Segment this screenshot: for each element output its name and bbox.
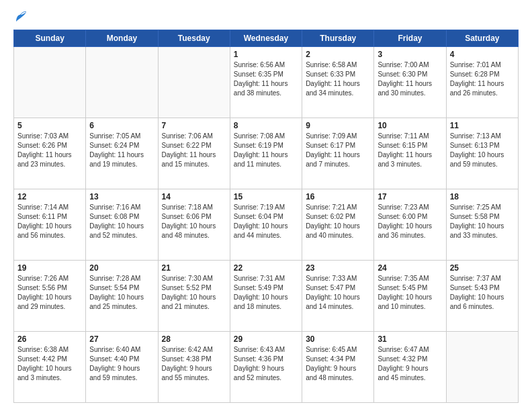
day-info: Sunrise: 7:18 AM Sunset: 6:06 PM Dayligh… [162,203,226,240]
day-number: 6 [89,121,154,130]
weekday-header-friday: Friday [374,30,446,47]
day-cell: 14Sunrise: 7:18 AM Sunset: 6:06 PM Dayli… [158,189,230,261]
day-number: 27 [89,334,154,344]
day-number: 14 [162,192,226,201]
day-cell: 13Sunrise: 7:16 AM Sunset: 6:08 PM Dayli… [86,189,158,261]
day-cell [158,47,230,118]
day-cell: 1Sunrise: 6:56 AM Sunset: 6:35 PM Daylig… [230,47,302,118]
day-info: Sunrise: 7:13 AM Sunset: 6:13 PM Dayligh… [450,132,515,169]
weekday-header-saturday: Saturday [446,30,518,47]
day-info: Sunrise: 7:23 AM Sunset: 6:00 PM Dayligh… [378,203,442,240]
day-info: Sunrise: 7:03 AM Sunset: 6:26 PM Dayligh… [17,132,82,169]
day-number: 8 [234,121,298,130]
weekday-header-wednesday: Wednesday [230,30,302,47]
day-number: 12 [17,192,82,201]
day-cell: 11Sunrise: 7:13 AM Sunset: 6:13 PM Dayli… [446,118,518,189]
day-number: 16 [306,192,370,201]
page: SundayMondayTuesdayWednesdayThursdayFrid… [0,0,532,411]
day-info: Sunrise: 7:01 AM Sunset: 6:28 PM Dayligh… [450,60,515,98]
day-number: 3 [378,50,442,59]
day-cell: 4Sunrise: 7:01 AM Sunset: 6:28 PM Daylig… [446,47,518,118]
header [13,11,519,24]
day-number: 21 [162,263,226,273]
day-info: Sunrise: 7:08 AM Sunset: 6:19 PM Dayligh… [234,132,298,169]
day-cell: 2Sunrise: 6:58 AM Sunset: 6:33 PM Daylig… [302,47,374,118]
week-row-1: 1Sunrise: 6:56 AM Sunset: 6:35 PM Daylig… [14,47,519,118]
day-cell: 8Sunrise: 7:08 AM Sunset: 6:19 PM Daylig… [230,118,302,189]
day-info: Sunrise: 7:14 AM Sunset: 6:11 PM Dayligh… [17,203,82,240]
day-info: Sunrise: 7:11 AM Sunset: 6:15 PM Dayligh… [378,132,442,169]
day-info: Sunrise: 7:21 AM Sunset: 6:02 PM Dayligh… [306,203,370,240]
day-info: Sunrise: 7:26 AM Sunset: 5:56 PM Dayligh… [17,274,82,312]
day-number: 19 [17,263,82,273]
weekday-header-sunday: Sunday [14,30,86,47]
day-cell: 12Sunrise: 7:14 AM Sunset: 6:11 PM Dayli… [14,189,86,261]
day-number: 31 [378,334,442,344]
day-cell: 25Sunrise: 7:37 AM Sunset: 5:43 PM Dayli… [446,261,518,332]
day-number: 4 [450,50,515,59]
week-row-3: 12Sunrise: 7:14 AM Sunset: 6:11 PM Dayli… [14,189,519,261]
day-number: 18 [450,192,515,201]
day-cell: 28Sunrise: 6:42 AM Sunset: 4:38 PM Dayli… [158,332,230,403]
day-info: Sunrise: 7:09 AM Sunset: 6:17 PM Dayligh… [306,132,370,169]
weekday-header-monday: Monday [86,30,158,47]
day-number: 2 [306,50,370,59]
day-number: 20 [89,263,154,273]
day-cell [446,332,518,403]
day-cell: 24Sunrise: 7:35 AM Sunset: 5:45 PM Dayli… [374,261,446,332]
day-info: Sunrise: 7:06 AM Sunset: 6:22 PM Dayligh… [162,132,226,169]
day-info: Sunrise: 7:28 AM Sunset: 5:54 PM Dayligh… [89,274,154,312]
day-number: 28 [162,334,226,344]
day-number: 13 [89,192,154,201]
day-cell: 3Sunrise: 7:00 AM Sunset: 6:30 PM Daylig… [374,47,446,118]
day-number: 7 [162,121,226,130]
day-cell: 23Sunrise: 7:33 AM Sunset: 5:47 PM Dayli… [302,261,374,332]
day-cell [86,47,158,118]
day-number: 9 [306,121,370,130]
week-row-4: 19Sunrise: 7:26 AM Sunset: 5:56 PM Dayli… [14,261,519,332]
day-cell: 31Sunrise: 6:47 AM Sunset: 4:32 PM Dayli… [374,332,446,403]
day-cell: 21Sunrise: 7:30 AM Sunset: 5:52 PM Dayli… [158,261,230,332]
day-number: 1 [234,50,298,59]
day-info: Sunrise: 7:30 AM Sunset: 5:52 PM Dayligh… [162,274,226,312]
day-number: 29 [234,334,298,344]
day-cell: 18Sunrise: 7:25 AM Sunset: 5:58 PM Dayli… [446,189,518,261]
day-cell: 27Sunrise: 6:40 AM Sunset: 4:40 PM Dayli… [86,332,158,403]
day-info: Sunrise: 6:45 AM Sunset: 4:34 PM Dayligh… [306,345,370,383]
day-number: 11 [450,121,515,130]
day-number: 30 [306,334,370,344]
day-number: 22 [234,263,298,273]
day-info: Sunrise: 7:00 AM Sunset: 6:30 PM Dayligh… [378,60,442,98]
day-cell: 16Sunrise: 7:21 AM Sunset: 6:02 PM Dayli… [302,189,374,261]
day-number: 26 [17,334,82,344]
day-cell: 20Sunrise: 7:28 AM Sunset: 5:54 PM Dayli… [86,261,158,332]
week-row-5: 26Sunrise: 6:38 AM Sunset: 4:42 PM Dayli… [14,332,519,403]
day-info: Sunrise: 6:38 AM Sunset: 4:42 PM Dayligh… [17,345,82,383]
day-info: Sunrise: 6:42 AM Sunset: 4:38 PM Dayligh… [162,345,226,383]
day-cell: 26Sunrise: 6:38 AM Sunset: 4:42 PM Dayli… [14,332,86,403]
week-row-2: 5Sunrise: 7:03 AM Sunset: 6:26 PM Daylig… [14,118,519,189]
logo-text [13,11,27,24]
day-info: Sunrise: 7:05 AM Sunset: 6:24 PM Dayligh… [89,132,154,169]
day-info: Sunrise: 7:35 AM Sunset: 5:45 PM Dayligh… [378,274,442,312]
day-info: Sunrise: 7:33 AM Sunset: 5:47 PM Dayligh… [306,274,370,312]
weekday-header-tuesday: Tuesday [158,30,230,47]
day-info: Sunrise: 6:56 AM Sunset: 6:35 PM Dayligh… [234,60,298,98]
day-info: Sunrise: 7:19 AM Sunset: 6:04 PM Dayligh… [234,203,298,240]
day-cell: 22Sunrise: 7:31 AM Sunset: 5:49 PM Dayli… [230,261,302,332]
day-number: 5 [17,121,82,130]
day-number: 15 [234,192,298,201]
day-cell: 5Sunrise: 7:03 AM Sunset: 6:26 PM Daylig… [14,118,86,189]
day-cell [14,47,86,118]
logo-bird-icon [15,9,27,24]
day-number: 23 [306,263,370,273]
day-cell: 15Sunrise: 7:19 AM Sunset: 6:04 PM Dayli… [230,189,302,261]
day-info: Sunrise: 6:47 AM Sunset: 4:32 PM Dayligh… [378,345,442,383]
weekday-header-thursday: Thursday [302,30,374,47]
logo [13,11,27,24]
day-cell: 17Sunrise: 7:23 AM Sunset: 6:00 PM Dayli… [374,189,446,261]
day-cell: 29Sunrise: 6:43 AM Sunset: 4:36 PM Dayli… [230,332,302,403]
day-info: Sunrise: 7:16 AM Sunset: 6:08 PM Dayligh… [89,203,154,240]
day-info: Sunrise: 7:37 AM Sunset: 5:43 PM Dayligh… [450,274,515,312]
day-cell: 30Sunrise: 6:45 AM Sunset: 4:34 PM Dayli… [302,332,374,403]
